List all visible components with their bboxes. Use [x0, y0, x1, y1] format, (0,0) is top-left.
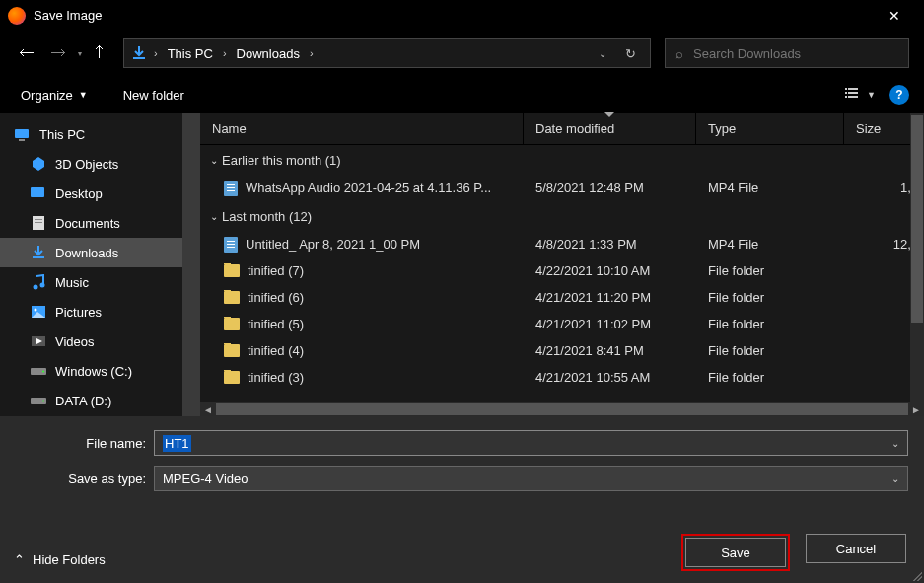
folder-icon [224, 318, 240, 330]
search-input[interactable] [693, 46, 898, 61]
filename-label: File name: [16, 436, 146, 451]
svg-rect-11 [35, 219, 42, 220]
svg-rect-0 [845, 88, 847, 90]
saveas-value: MPEG-4 Video [163, 472, 248, 486]
chevron-down-icon[interactable]: ⌄ [891, 474, 899, 484]
sidebar-item-label: Desktop [55, 186, 103, 201]
resize-grip[interactable] [910, 569, 922, 581]
organize-button[interactable]: Organize ▼ [15, 84, 94, 107]
search-icon: ⌕ [675, 46, 683, 61]
file-date: 4/21/2021 11:02 PM [524, 317, 696, 331]
refresh-button[interactable]: ↻ [616, 46, 644, 61]
desktop-icon [30, 185, 47, 201]
sidebar-item-documents[interactable]: Documents [0, 208, 182, 238]
sidebar-item-videos[interactable]: Videos [0, 327, 182, 356]
file-type: MP4 File [696, 181, 844, 195]
sidebar-item-music[interactable]: Music [0, 267, 182, 297]
breadcrumb-downloads[interactable]: Downloads [233, 46, 304, 61]
svg-rect-1 [848, 88, 858, 90]
scroll-left-icon[interactable]: ◄ [200, 402, 216, 416]
svg-point-21 [42, 371, 44, 373]
file-name: WhatsApp Audio 2021-04-25 at 4.11.36 P..… [246, 181, 491, 195]
file-group-header[interactable]: ⌄ Earlier this month (1) [200, 145, 924, 175]
sidebar-item-label: This PC [39, 127, 85, 142]
file-row[interactable]: tinified (7)4/22/2021 10:10 AMFile folde… [200, 257, 924, 284]
sidebar-item-downloads[interactable]: Downloads [0, 238, 182, 267]
breadcrumb-this-pc[interactable]: This PC [164, 46, 217, 61]
close-button[interactable]: ✕ [873, 0, 916, 31]
search-box[interactable]: ⌕ [665, 38, 909, 68]
saveas-label: Save as type: [16, 472, 146, 486]
vertical-scrollbar[interactable] [910, 113, 924, 402]
sidebar-item-label: Videos [55, 334, 95, 349]
sidebar-item-pictures[interactable]: Pictures [0, 297, 182, 327]
file-date: 5/8/2021 12:48 PM [524, 181, 696, 195]
column-type[interactable]: Type [696, 113, 844, 144]
file-row[interactable]: tinified (5)4/21/2021 11:02 PMFile folde… [200, 311, 924, 337]
music-icon [30, 274, 47, 290]
window-title: Save Image [34, 8, 102, 23]
file-row[interactable]: Untitled_ Apr 8, 2021 1_00 PM4/8/2021 1:… [200, 231, 924, 257]
group-title: Earlier this month (1) [222, 153, 341, 168]
hide-folders-label: Hide Folders [33, 552, 106, 567]
save-button[interactable]: Save [685, 538, 786, 567]
sidebar-resizer[interactable] [182, 113, 200, 416]
file-name: tinified (4) [248, 343, 304, 358]
sidebar-item-windows-c-[interactable]: Windows (C:) [0, 356, 182, 386]
up-button[interactable]: 🡑 [90, 44, 109, 62]
file-type: File folder [696, 290, 844, 305]
chevron-down-icon: ⌄ [210, 211, 218, 222]
new-folder-button[interactable]: New folder [117, 84, 190, 107]
file-list: Name Date modified Type Size ⌄ Earlier t… [200, 113, 924, 416]
sidebar-item-3d-objects[interactable]: 3D Objects [0, 149, 182, 179]
back-button[interactable]: 🡐 [15, 41, 38, 65]
chevron-down-icon[interactable]: ⌄ [891, 438, 899, 449]
horizontal-scrollbar[interactable]: ◄ ► [200, 402, 924, 416]
cancel-button[interactable]: Cancel [806, 534, 906, 563]
forward-button[interactable]: 🡒 [46, 41, 70, 65]
sidebar-item-data-d-[interactable]: DATA (D:) [0, 386, 182, 415]
pictures-icon [30, 304, 47, 320]
svg-rect-3 [848, 92, 858, 94]
svg-point-23 [42, 401, 44, 402]
file-row[interactable]: WhatsApp Audio 2021-04-25 at 4.11.36 P..… [200, 175, 924, 201]
hide-folders-button[interactable]: ⌃ Hide Folders [14, 552, 106, 567]
file-date: 4/21/2021 10:55 AM [524, 370, 696, 385]
toolbar: Organize ▼ New folder ▼ ? [0, 76, 924, 113]
file-type: File folder [696, 317, 844, 331]
sidebar-item-label: Windows (C:) [55, 364, 132, 379]
firefox-icon [8, 7, 26, 25]
svg-rect-2 [845, 92, 847, 94]
svg-rect-9 [31, 187, 44, 197]
file-date: 4/21/2021 11:20 PM [524, 290, 696, 305]
file-row[interactable]: tinified (6)4/21/2021 11:20 PMFile folde… [200, 284, 924, 311]
scroll-right-icon[interactable]: ► [908, 402, 924, 416]
saveas-type-select[interactable]: MPEG-4 Video ⌄ [154, 466, 908, 491]
svg-point-13 [34, 285, 38, 290]
svg-rect-7 [19, 139, 25, 141]
view-options-button[interactable]: ▼ [845, 88, 876, 102]
address-dropdown-icon[interactable]: ⌄ [599, 48, 606, 59]
help-button[interactable]: ? [889, 85, 909, 105]
file-rows: ⌄ Earlier this month (1)WhatsApp Audio 2… [200, 145, 924, 416]
history-dropdown[interactable]: ▾ [78, 49, 82, 58]
chevron-down-icon: ⌄ [210, 155, 218, 166]
column-date[interactable]: Date modified [524, 113, 696, 144]
downloads-icon [30, 245, 47, 260]
breadcrumb[interactable]: › This PC › Downloads › ⌄ ↻ [123, 38, 651, 68]
file-date: 4/22/2021 10:10 AM [524, 263, 696, 278]
file-row[interactable]: tinified (3)4/21/2021 10:55 AMFile folde… [200, 364, 924, 391]
filename-input[interactable]: HT1 ⌄ [154, 430, 908, 456]
sidebar-item-label: Music [55, 275, 89, 290]
svg-point-16 [35, 309, 37, 312]
sidebar-item-desktop[interactable]: Desktop [0, 179, 182, 208]
save-button-highlight: Save [681, 534, 790, 571]
file-row[interactable]: tinified (4)4/21/2021 8:41 PMFile folder [200, 337, 924, 364]
column-name[interactable]: Name [200, 113, 524, 144]
pc-icon [14, 126, 32, 142]
svg-marker-8 [33, 157, 44, 171]
file-type: File folder [696, 343, 844, 358]
file-group-header[interactable]: ⌄ Last month (12) [200, 201, 924, 231]
sidebar-item-this-pc[interactable]: This PC [0, 119, 182, 149]
main-area: This PC3D ObjectsDesktopDocumentsDownloa… [0, 113, 924, 416]
